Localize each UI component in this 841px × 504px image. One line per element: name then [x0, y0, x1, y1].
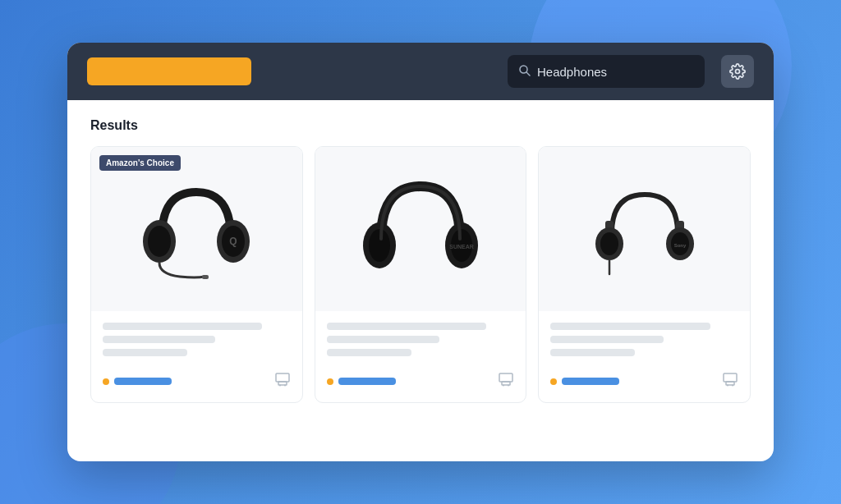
svg-point-20	[503, 385, 504, 387]
svg-text:Sony: Sony	[673, 243, 686, 248]
svg-point-21	[508, 385, 509, 387]
rating-bar	[562, 378, 619, 385]
product-card[interactable]: Sony	[538, 146, 751, 403]
svg-rect-31	[726, 382, 734, 385]
rating-area	[550, 378, 619, 385]
rating-dot	[550, 378, 557, 385]
cart-icon[interactable]	[722, 372, 738, 391]
product-price-skeleton	[550, 349, 635, 356]
product-image-area: SUNEAR	[315, 147, 526, 311]
search-bar[interactable]: Headphones	[508, 55, 705, 88]
search-icon	[519, 65, 531, 79]
svg-rect-9	[276, 373, 289, 382]
svg-rect-30	[724, 373, 737, 382]
svg-point-12	[284, 385, 286, 387]
search-input-value: Headphones	[537, 65, 607, 79]
product-subtitle-skeleton	[103, 336, 215, 343]
svg-point-11	[279, 385, 281, 387]
product-image-area: Sony	[539, 147, 750, 311]
product-price-skeleton	[327, 349, 411, 356]
product-subtitle-skeleton	[550, 336, 663, 343]
rating-bar	[338, 378, 396, 385]
product-grid: Amazon's Choice Q	[90, 146, 751, 403]
product-image: Sony	[587, 172, 702, 286]
product-image: Q	[139, 172, 254, 286]
rating-dot	[103, 378, 109, 385]
product-card[interactable]: SUNEAR	[315, 146, 527, 403]
cart-icon[interactable]	[274, 372, 291, 391]
product-footer	[91, 372, 302, 402]
cart-icon[interactable]	[498, 372, 514, 391]
svg-rect-18	[499, 373, 512, 382]
svg-rect-19	[502, 382, 510, 385]
product-info	[315, 311, 526, 372]
svg-point-2	[736, 70, 740, 74]
product-price-skeleton	[103, 349, 187, 356]
product-title-skeleton	[327, 323, 486, 330]
product-title-skeleton	[550, 323, 710, 330]
product-card[interactable]: Amazon's Choice Q	[90, 146, 303, 403]
product-image: SUNEAR	[363, 172, 478, 286]
svg-text:Q: Q	[230, 236, 237, 247]
rating-area	[103, 378, 172, 385]
content-area: Results Amazon's Choice	[67, 100, 774, 438]
svg-point-33	[732, 385, 733, 387]
svg-line-1	[526, 72, 530, 76]
browser-window: Headphones Results Amazon's Choice	[67, 43, 774, 461]
svg-point-25	[600, 232, 618, 255]
product-subtitle-skeleton	[327, 336, 439, 343]
settings-button[interactable]	[721, 55, 754, 88]
product-info	[91, 311, 302, 372]
rating-dot	[327, 378, 333, 385]
svg-rect-10	[278, 382, 287, 385]
product-footer	[539, 372, 750, 402]
product-title-skeleton	[103, 323, 262, 330]
results-heading: Results	[90, 118, 751, 133]
svg-point-4	[148, 226, 171, 257]
product-image-area: Amazon's Choice Q	[91, 147, 302, 311]
gear-icon	[729, 63, 746, 80]
svg-point-32	[727, 385, 728, 387]
rating-bar	[114, 378, 172, 385]
svg-rect-8	[202, 275, 209, 279]
product-info	[539, 311, 750, 372]
url-bar[interactable]	[87, 57, 251, 85]
rating-area	[327, 378, 396, 385]
svg-point-14	[369, 229, 390, 262]
amazon-choice-badge: Amazon's Choice	[99, 155, 181, 171]
svg-text:SUNEAR: SUNEAR	[449, 244, 474, 250]
toolbar: Headphones	[67, 43, 774, 100]
product-footer	[315, 372, 526, 402]
